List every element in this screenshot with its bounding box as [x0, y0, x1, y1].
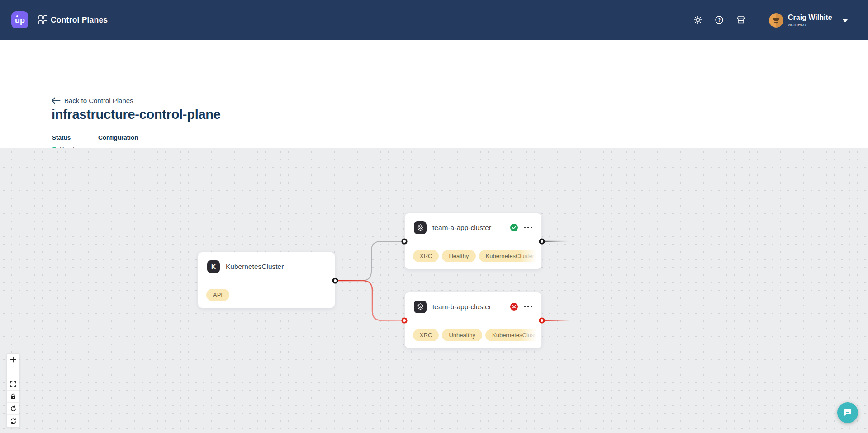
layers-icon	[414, 301, 427, 313]
node-team-a-app-cluster[interactable]: team-a-app-cluster XRC Healthy Kubernete…	[404, 213, 542, 269]
upbound-logo[interactable]: up	[11, 11, 28, 28]
user-org: acmeco	[788, 22, 832, 28]
edge-kc-to-team-a	[335, 241, 404, 281]
user-menu[interactable]: Craig Wilhite acmeco	[769, 13, 848, 28]
badge-xrc: XRC	[413, 329, 439, 341]
top-navbar: up Control Planes ?	[0, 0, 868, 40]
control-plane-header: Back to Control Planes infrastructure-co…	[0, 40, 868, 148]
page-title: infrastructure-control-plane	[52, 107, 220, 122]
back-link-label: Back to Control Planes	[64, 97, 133, 104]
zoom-out-button[interactable]	[7, 366, 19, 378]
graph-edges	[0, 148, 868, 433]
configuration-label: Configuration	[98, 134, 138, 141]
rotate-button[interactable]	[7, 403, 19, 415]
sync-button[interactable]	[7, 415, 19, 427]
graph-handles	[0, 148, 868, 433]
kubernetes-icon: K	[207, 260, 220, 273]
marketplace-icon[interactable]	[735, 15, 745, 25]
node-team-b-app-cluster[interactable]: team-b-app-cluster XRC Unhealthy Kuberne…	[404, 292, 542, 348]
node-title: KubernetesCluster	[226, 263, 326, 271]
page: up Control Planes ?	[0, 0, 868, 433]
chat-launcher-button[interactable]	[837, 402, 858, 423]
badge-healthy: Healthy	[442, 250, 475, 262]
zoom-in-button[interactable]	[7, 354, 19, 366]
products-grid-icon[interactable]	[38, 15, 47, 27]
node-kubernetescluster[interactable]: K KubernetesCluster API	[198, 252, 335, 308]
avatar	[769, 13, 783, 28]
help-icon[interactable]: ?	[714, 15, 724, 25]
layers-icon	[414, 221, 427, 234]
logo-text: up	[15, 16, 25, 25]
arrow-left-icon	[51, 97, 61, 104]
fit-view-button[interactable]	[7, 378, 19, 391]
badge-api: API	[206, 289, 229, 301]
resource-graph-canvas[interactable]: K KubernetesCluster API team-a-app-clust…	[0, 148, 868, 433]
badge-kind: KubernetesCluster	[485, 329, 541, 341]
node-menu-button[interactable]	[524, 225, 532, 231]
settings-gear-icon[interactable]	[693, 15, 703, 25]
badge-unhealthy: Unhealthy	[442, 329, 482, 341]
badge-kind: KubernetesCluster	[479, 250, 541, 262]
app-title: Control Planes	[51, 0, 108, 40]
lock-button[interactable]	[7, 391, 19, 403]
node-title: team-a-app-cluster	[432, 224, 510, 232]
chevron-down-icon	[842, 16, 848, 24]
canvas-controls	[7, 353, 19, 428]
unhealthy-status-icon	[510, 303, 518, 311]
back-link[interactable]: Back to Control Planes	[51, 97, 133, 104]
node-title: team-b-app-cluster	[432, 303, 510, 311]
chat-bubble-icon	[842, 407, 853, 418]
status-label: Status	[52, 134, 71, 141]
badge-xrc: XRC	[413, 250, 439, 262]
edge-kc-to-team-b	[335, 281, 404, 320]
user-name: Craig Wilhite	[788, 14, 832, 22]
svg-text:?: ?	[718, 18, 721, 23]
healthy-status-icon	[510, 224, 518, 231]
node-menu-button[interactable]	[524, 304, 532, 310]
